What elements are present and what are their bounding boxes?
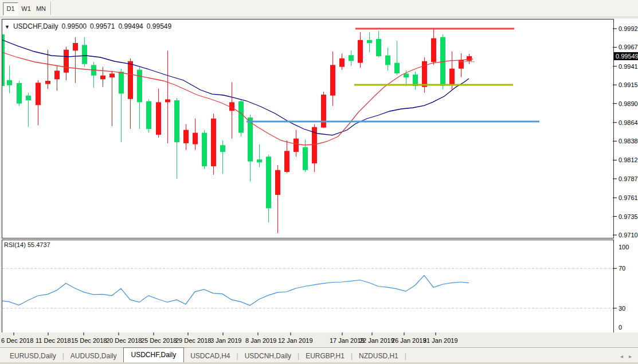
symbol-dropdown-icon[interactable]: ▼ [5, 24, 10, 30]
date-axis-label: 15 Dec 2018 [71, 337, 107, 344]
ohlc-high: 0.99571 [90, 22, 115, 30]
current-price-tag: 0.99549 [614, 52, 638, 60]
price-axis-label: 0.98900 [619, 100, 638, 107]
chart-tab-bar: EURUSD,Daily | AUDUSD,Daily USDCHF,Daily… [0, 347, 638, 364]
date-axis-label: 26 Jan 2019 [392, 337, 426, 344]
tab-audusd-daily[interactable]: AUDUSD,Daily [64, 350, 123, 363]
tab-eurusd-daily[interactable]: EURUSD,Daily [3, 350, 62, 363]
ohlc-low: 0.99494 [118, 22, 143, 30]
date-axis-label: 25 Dec 2018 [141, 337, 177, 344]
rsi-axis-label: 100 [619, 244, 629, 251]
price-chart-panel[interactable] [2, 19, 614, 238]
tab-nzdusd-h1[interactable]: NZDUSD,H1 [353, 350, 405, 363]
tab-separator: | [405, 350, 406, 363]
date-axis-label: 8 Jan 2019 [245, 337, 276, 344]
price-axis-label: 0.99155 [619, 81, 638, 88]
price-axis-label: 0.99670 [619, 44, 638, 50]
tab-scroll-left-icon[interactable]: ◂ [620, 353, 623, 359]
date-axis-label: 31 Jan 2019 [423, 337, 458, 344]
price-axis-label: 0.99925 [619, 25, 638, 32]
tab-eurgbp-h1[interactable]: EURGBP,H1 [299, 350, 351, 363]
date-axis-label: 22 Jan 2019 [359, 337, 394, 344]
rsi-axis-label: 30 [619, 305, 625, 312]
price-axis-label: 0.97355 [619, 213, 638, 220]
date-axis-label: 29 Dec 2018 [175, 337, 211, 344]
date-axis-label: 12 Jan 2019 [278, 337, 313, 344]
date-axis-label: 3 Jan 2019 [210, 337, 241, 344]
timeframe-button-d1[interactable]: D1 [3, 2, 18, 15]
date-axis-label: 6 Dec 2018 [1, 337, 33, 344]
timeframe-toolbar: D1 W1 MN [0, 0, 638, 17]
rsi-indicator-label: RSI(14) 55.4737 [4, 241, 50, 248]
toolbar-separator [50, 2, 52, 15]
date-axis-label: 11 Dec 2018 [36, 337, 71, 344]
chart-symbol-label: USDCHF,Daily [13, 22, 58, 30]
price-axis-label: 0.97100 [619, 232, 638, 238]
price-axis-label: 0.98385 [619, 138, 638, 144]
rsi-indicator-panel[interactable] [2, 240, 614, 333]
date-axis: 6 Dec 201811 Dec 201815 Dec 201820 Dec 2… [0, 332, 638, 347]
tab-usdchf-daily[interactable]: USDCHF,Daily [123, 347, 185, 363]
ohlc-close: 0.99549 [147, 22, 171, 30]
rsi-axis-label: 70 [619, 265, 625, 272]
timeframe-button-w1[interactable]: W1 [18, 2, 34, 15]
timeframe-button-mn[interactable]: MN [33, 2, 49, 15]
price-axis-label: 0.98125 [619, 156, 638, 163]
price-axis-label: 0.97610 [619, 194, 638, 201]
tab-usdcnh-daily[interactable]: USDCNH,Daily [238, 350, 298, 363]
ohlc-open: 0.99500 [62, 22, 87, 30]
price-axis-label: 0.97870 [619, 175, 638, 182]
price-axis-label: 0.99410 [619, 63, 638, 70]
rsi-axis-label: 0 [619, 324, 622, 331]
price-axis-label: 0.98640 [619, 119, 638, 126]
chart-tabs: EURUSD,Daily | AUDUSD,Daily USDCHF,Daily… [3, 348, 406, 363]
date-axis-label: 20 Dec 2018 [106, 337, 142, 344]
mt4-window: D1 W1 MN ▼USDCHF,Daily0.995000.995710.99… [0, 0, 638, 364]
chart-title: ▼USDCHF,Daily0.995000.995710.994940.9954… [5, 22, 171, 30]
tab-scroll-right-icon[interactable]: ▸ [629, 353, 632, 359]
tab-usdcad-h4[interactable]: USDCAD,H4 [184, 350, 236, 363]
